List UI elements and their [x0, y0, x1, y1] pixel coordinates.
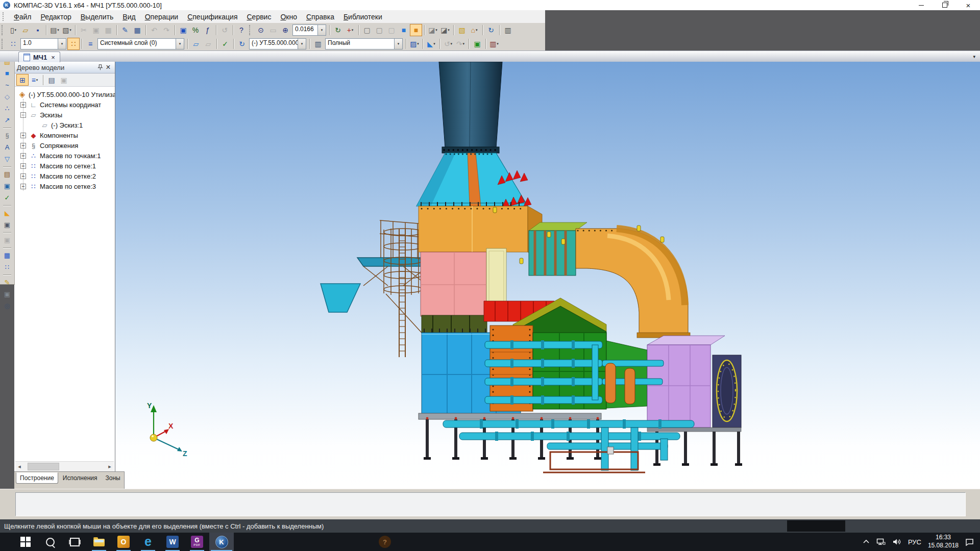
- assembly-windows-alt-icon[interactable]: ▣: [1, 234, 13, 246]
- create-solid-icon[interactable]: ■: [1, 67, 13, 79]
- tree-item-mates-group[interactable]: +§Сопряжения: [14, 140, 115, 151]
- layers-icon[interactable]: ≡: [84, 38, 96, 50]
- tree-item-array-by-points-1[interactable]: +∴Массив по точкам:1: [14, 151, 115, 161]
- surfaces-icon[interactable]: ◇: [1, 91, 13, 103]
- filters-icon[interactable]: ▽: [1, 153, 13, 165]
- insert-table-icon[interactable]: ▦: [131, 24, 143, 36]
- restore-button[interactable]: [933, 0, 957, 10]
- menu-editor[interactable]: Редактор: [36, 11, 76, 22]
- chevron-down-icon[interactable]: ▾: [451, 42, 453, 46]
- property-bar[interactable]: [15, 492, 966, 516]
- hidden-lines-icon[interactable]: ▢: [373, 24, 385, 36]
- grid-table-icon[interactable]: ▦: [1, 249, 13, 261]
- variables-icon[interactable]: %: [189, 24, 202, 36]
- scroll-right-arrow[interactable]: ▸: [106, 463, 114, 470]
- display-mode-value-combo[interactable]: Полный▾: [325, 38, 403, 49]
- spline-mode-icon[interactable]: ▱: [202, 38, 214, 50]
- assembly-windows-icon[interactable]: ▣: [1, 219, 13, 231]
- chevron-down-icon[interactable]: ▾: [36, 78, 38, 82]
- tab-construction[interactable]: Построение: [16, 472, 58, 484]
- tray-expand-icon[interactable]: [863, 539, 870, 545]
- chimney-stack[interactable]: [439, 62, 502, 153]
- scroll-left-arrow[interactable]: ◂: [15, 463, 23, 470]
- outlet-flange[interactable]: [713, 355, 741, 428]
- chevron-down-icon[interactable]: ▾: [352, 28, 354, 32]
- cut-icon[interactable]: ✂: [78, 24, 90, 36]
- zoom-frame-icon[interactable]: ▭: [267, 24, 279, 36]
- chevron-down-icon[interactable]: ▾: [435, 28, 437, 32]
- chevron-down-icon[interactable]: ▾: [69, 28, 71, 32]
- taskbar-edge-button[interactable]: e: [136, 533, 160, 551]
- snap-settings-icon[interactable]: ∷: [67, 38, 80, 50]
- toolbar-grip[interactable]: [2, 39, 5, 49]
- rotate-model-icon[interactable]: ↻: [485, 24, 497, 36]
- edit-document-icon[interactable]: ✎: [1, 277, 13, 288]
- menu-file[interactable]: Файл: [9, 11, 36, 22]
- chevron-down-icon[interactable]: ▾: [176, 39, 184, 49]
- menu-view[interactable]: Вид: [118, 11, 140, 22]
- chevron-down-icon[interactable]: ▾: [476, 28, 478, 32]
- pin-icon[interactable]: [96, 63, 104, 71]
- tree-item-components[interactable]: +◆Компоненты: [14, 130, 115, 140]
- taskbar-gpdf-button[interactable]: GPDF: [185, 533, 209, 551]
- spatial-curves-icon[interactable]: ~: [1, 79, 13, 91]
- zoom-auto-icon[interactable]: ⊙: [255, 24, 267, 36]
- tree-item-sketches[interactable]: −▱Эскизы: [14, 110, 115, 120]
- perspective-icon[interactable]: ▧: [456, 24, 468, 36]
- chevron-down-icon[interactable]: ▾: [417, 42, 419, 46]
- area-display-icon[interactable]: ⌂▾: [468, 24, 480, 36]
- hidden-lines-thin-icon[interactable]: ▢: [385, 24, 398, 36]
- auto-dimension-icon[interactable]: ▥▾: [488, 38, 500, 50]
- chevron-down-icon[interactable]: ▾: [15, 28, 17, 32]
- current-part-combo[interactable]: (-) УТ.55.000.000-10▾: [249, 38, 306, 49]
- refresh-image-icon[interactable]: ↻: [332, 24, 344, 36]
- chevron-down-icon[interactable]: ▾: [394, 39, 402, 49]
- mates-icon[interactable]: §: [1, 130, 13, 141]
- measurements-3d-icon[interactable]: A: [1, 141, 13, 153]
- tab-zones[interactable]: Зоны: [102, 473, 124, 483]
- functions-icon[interactable]: ƒ: [202, 24, 214, 36]
- shaded-icon[interactable]: ■: [398, 24, 410, 36]
- chevron-down-icon[interactable]: ▾: [317, 25, 326, 35]
- toolbar-grip[interactable]: [3, 12, 6, 21]
- context-help-icon[interactable]: ?: [235, 24, 248, 36]
- spiral-tool-icon[interactable]: ↺▾: [442, 38, 454, 50]
- direction-tool-icon[interactable]: ↷▾: [454, 38, 467, 50]
- sheet-metal-icon[interactable]: ◣: [1, 207, 13, 219]
- chevron-down-icon[interactable]: ▾: [433, 42, 435, 46]
- scrollbar-thumb[interactable]: [28, 463, 59, 470]
- auxiliary-geometry-icon[interactable]: ↗: [1, 114, 13, 126]
- dots-grid-icon[interactable]: ∷: [1, 261, 13, 273]
- taskbar-start-button[interactable]: [13, 533, 38, 551]
- taskbar-word-button[interactable]: W: [160, 533, 185, 551]
- tree-item-sketch-1[interactable]: ▱(-) Эскиз:1: [14, 120, 115, 130]
- menu-libraries[interactable]: Библиотеки: [339, 11, 387, 22]
- tree-item-coordinate-systems[interactable]: +∟Системы координат: [14, 99, 115, 110]
- chevron-down-icon[interactable]: ▾: [57, 28, 59, 32]
- 3d-model[interactable]: Y X Z: [115, 62, 980, 489]
- save-document-icon[interactable]: ▪: [32, 24, 44, 36]
- paste-icon[interactable]: ▦: [102, 24, 114, 36]
- tree-structure-view-icon[interactable]: ⊞: [16, 74, 29, 86]
- menu-service[interactable]: Сервис: [242, 11, 276, 22]
- taskbar-task-view-button[interactable]: [62, 533, 87, 551]
- upper-duct-box[interactable]: [419, 204, 542, 260]
- placement-check-icon[interactable]: ✓: [219, 38, 231, 50]
- polyline-mode-icon[interactable]: ▱: [190, 38, 202, 50]
- orientation-icon[interactable]: +▾: [344, 24, 356, 36]
- menu-specification[interactable]: Спецификация: [183, 11, 242, 22]
- tree-item-array-by-grid-2[interactable]: +∷Массив по сетке:2: [14, 171, 115, 181]
- toolbar-grip[interactable]: [2, 25, 5, 35]
- notifications-icon[interactable]: [965, 538, 974, 546]
- menu-select[interactable]: Выделить: [76, 11, 118, 22]
- simplified-display-icon[interactable]: ◪▾: [427, 24, 439, 36]
- taskbar-kompas-button[interactable]: K: [209, 533, 234, 551]
- taskbar-outlook-button[interactable]: O: [111, 533, 136, 551]
- document-search-icon[interactable]: ◎: [1, 300, 13, 312]
- menu-help[interactable]: Справка: [302, 11, 339, 22]
- minimize-button[interactable]: [910, 0, 933, 10]
- hatch-style-icon[interactable]: ▨▾: [408, 38, 421, 50]
- menu-window[interactable]: Окно: [276, 11, 302, 22]
- solid-style-icon[interactable]: ◣▾: [425, 38, 437, 50]
- chevron-down-icon[interactable]: ▾: [497, 42, 499, 46]
